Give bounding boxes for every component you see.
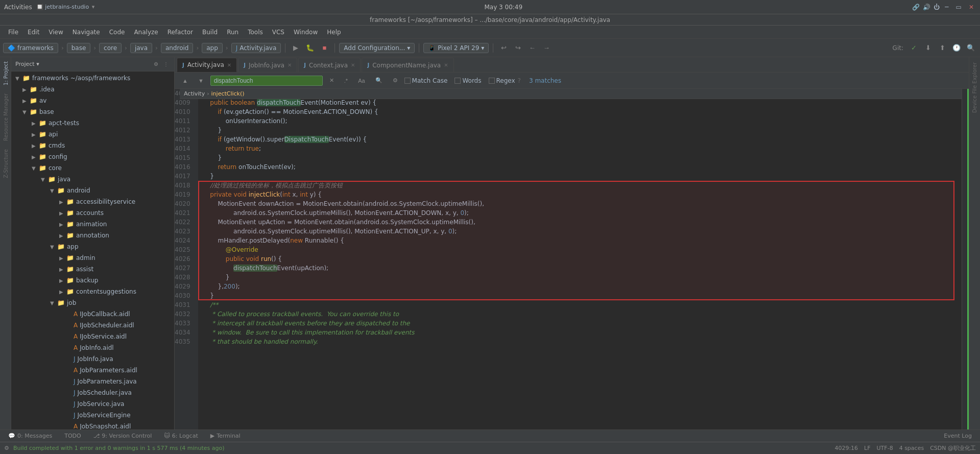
project-settings-btn[interactable]: ⚙ xyxy=(152,60,160,68)
breadcrumb-base[interactable]: base xyxy=(67,43,91,53)
git-push-btn[interactable]: ⬆ xyxy=(936,42,948,54)
bottom-tab-logcat[interactable]: 🐱 6: Logcat xyxy=(160,432,202,440)
tree-item-animation[interactable]: ▶ 📁 animation xyxy=(11,219,174,230)
close-btn[interactable]: ✕ xyxy=(967,4,976,11)
run-btn[interactable]: ▶ xyxy=(290,42,302,54)
find-next-btn[interactable]: ▼ xyxy=(195,76,207,85)
tree-item-jobserviceengine[interactable]: ▶ J JobServiceEngine xyxy=(11,410,174,421)
git-check-btn[interactable]: ✓ xyxy=(907,42,920,54)
menu-analyze[interactable]: Analyze xyxy=(130,28,162,37)
right-scrollbar[interactable] xyxy=(962,89,969,429)
breadcrumb-frameworks[interactable]: 🔷 frameworks xyxy=(3,43,58,53)
tree-item-core[interactable]: ▼ 📁 core xyxy=(11,162,174,174)
breadcrumb-android[interactable]: android xyxy=(161,43,194,53)
menu-window[interactable]: Window xyxy=(290,28,322,37)
tree-item-backup[interactable]: ▶ 📁 backup xyxy=(11,275,174,286)
tree-item-app[interactable]: ▼ 📁 app xyxy=(11,241,174,252)
tree-item-accounts[interactable]: ▶ 📁 accounts xyxy=(11,207,174,219)
tree-item-jobservice[interactable]: ▶ J JobService.java xyxy=(11,398,174,410)
git-update-btn[interactable]: ⬇ xyxy=(922,42,934,54)
tab-activity-java[interactable]: J Activity.java ✕ xyxy=(177,58,237,72)
tab-close-activity[interactable]: ✕ xyxy=(227,62,231,68)
tab-close-context[interactable]: ✕ xyxy=(351,62,355,68)
bottom-tab-todo[interactable]: TODO xyxy=(60,432,85,440)
git-history-btn[interactable]: 🕐 xyxy=(950,42,963,54)
menu-refactor[interactable]: Refactor xyxy=(163,28,197,37)
breadcrumb-activity[interactable]: Activity xyxy=(184,90,205,97)
tab-close-jobinfo[interactable]: ✕ xyxy=(288,62,292,68)
tree-item-frameworks[interactable]: ▼ 📁 frameworks ~/aosp/frameworks xyxy=(11,73,174,84)
tree-item-android[interactable]: ▼ 📁 android xyxy=(11,185,174,196)
tree-item-api[interactable]: ▶ 📁 api xyxy=(11,129,174,140)
menu-code[interactable]: Code xyxy=(105,28,129,37)
menu-build[interactable]: Build xyxy=(198,28,222,37)
tree-item-jobscheduler[interactable]: ▶ J JobScheduler.java xyxy=(11,387,174,398)
tab-close-componentname[interactable]: ✕ xyxy=(444,62,448,68)
tree-item-job[interactable]: ▼ 📁 job xyxy=(11,297,174,308)
breadcrumb-java[interactable]: java xyxy=(130,43,152,53)
find-regex-checkbox[interactable]: Regex ? xyxy=(489,77,521,84)
tree-item-idea[interactable]: ▶ 📁 .idea xyxy=(11,84,174,95)
network-icon[interactable]: 🔗 xyxy=(912,4,920,11)
restore-btn[interactable]: ▭ xyxy=(954,4,964,11)
bottom-tab-terminal[interactable]: ▶ Terminal xyxy=(206,432,245,440)
tree-item-access[interactable]: ▶ 📁 accessibilityservice xyxy=(11,196,174,207)
tab-resource-manager[interactable]: Resource Manager xyxy=(0,89,11,145)
find-case-toggle[interactable]: Aa xyxy=(354,76,368,85)
menu-tools[interactable]: Tools xyxy=(244,28,267,37)
find-filter-btn[interactable]: ⚙ xyxy=(389,76,401,85)
tree-item-cmds[interactable]: ▶ 📁 cmds xyxy=(11,140,174,151)
tree-item-java[interactable]: ▼ 📁 java xyxy=(11,174,174,185)
menu-file[interactable]: File xyxy=(4,28,22,37)
add-config-btn[interactable]: Add Configuration... ▾ xyxy=(339,43,415,53)
tab-componentname-java[interactable]: J ComponentName.java ✕ xyxy=(362,58,453,72)
tree-item-ijobcallback[interactable]: ▶ A IJobCallback.aidl xyxy=(11,308,174,320)
tree-item-jobparams-aidl[interactable]: ▶ A JobParameters.aidl xyxy=(11,365,174,376)
activities-label[interactable]: Activities xyxy=(4,4,32,11)
search-everywhere-btn[interactable]: 🔍 xyxy=(965,42,977,54)
tab-context-java[interactable]: J Context.java ✕ xyxy=(298,58,361,72)
tree-item-base[interactable]: ▼ 📁 base xyxy=(11,106,174,117)
tab-structure[interactable]: Z-Structure xyxy=(0,145,11,182)
find-prev-btn[interactable]: ▲ xyxy=(179,76,192,85)
code-content[interactable]: */ public boolean dispatchTouchEvent(Mot… xyxy=(198,89,962,429)
right-tab-device-file-explorer[interactable]: Device File Explorer xyxy=(971,59,978,116)
bottom-tab-vcs[interactable]: ⎇ 9: Version Control xyxy=(89,432,156,440)
tab-jobinfo-java[interactable]: J JobInfo.java ✕ xyxy=(238,58,297,72)
tree-item-config[interactable]: ▶ 📁 config xyxy=(11,151,174,162)
power-icon[interactable]: ⏻ xyxy=(934,4,940,11)
tree-item-assist[interactable]: ▶ 📁 assist xyxy=(11,264,174,275)
tree-item-apct[interactable]: ▶ 📁 apct-tests xyxy=(11,117,174,129)
tree-item-admin[interactable]: ▶ 📁 admin xyxy=(11,252,174,264)
app-dropdown-icon[interactable]: ▾ xyxy=(92,4,95,10)
tree-item-jobsnapshot[interactable]: ▶ A JobSnapshot.aidl xyxy=(11,421,174,429)
menu-navigate[interactable]: Navigate xyxy=(68,28,104,37)
tree-item-annotation[interactable]: ▶ 📁 annotation xyxy=(11,230,174,241)
breadcrumb-injectclick[interactable]: injectClick() xyxy=(211,90,245,97)
back-btn[interactable]: ← xyxy=(526,42,538,54)
tree-item-ijobscheduler[interactable]: ▶ A IJobScheduler.aidl xyxy=(11,320,174,331)
tree-item-contentsuggestions[interactable]: ▶ 📁 contentsuggestions xyxy=(11,286,174,297)
menu-help[interactable]: Help xyxy=(323,28,345,37)
tree-item-av[interactable]: ▶ 📁 av xyxy=(11,95,174,106)
tree-item-ijobservice[interactable]: ▶ A IJobService.aidl xyxy=(11,331,174,342)
bottom-tab-messages[interactable]: 💬 0: Messages xyxy=(4,432,56,440)
menu-edit[interactable]: Edit xyxy=(23,28,43,37)
breadcrumb-core[interactable]: core xyxy=(99,43,122,53)
find-clear-btn[interactable]: ✕ xyxy=(326,76,338,85)
device-selector[interactable]: 📱 Pixel 2 API 29 ▾ xyxy=(423,43,489,53)
redo-btn[interactable]: ↪ xyxy=(512,42,524,54)
tree-item-jobparams-java[interactable]: ▶ J JobParameters.java xyxy=(11,376,174,387)
breadcrumb-file[interactable]: J Activity.java xyxy=(231,43,281,53)
tree-item-jobinfo-java[interactable]: ▶ J JobInfo.java xyxy=(11,353,174,365)
forward-btn[interactable]: → xyxy=(540,42,553,54)
breadcrumb-app[interactable]: app xyxy=(202,43,223,53)
find-input[interactable] xyxy=(210,76,323,86)
tree-item-jobinfo-aidl[interactable]: ▶ A JobInfo.aidl xyxy=(11,342,174,353)
stop-btn[interactable]: ■ xyxy=(318,42,330,54)
find-regex-toggle[interactable]: .* xyxy=(341,76,351,85)
find-words-checkbox[interactable]: Words xyxy=(455,77,481,84)
menu-vcs[interactable]: VCS xyxy=(268,28,289,37)
find-words-toggle[interactable]: 🔍 xyxy=(372,76,386,85)
minimize-btn[interactable]: ─ xyxy=(943,4,950,11)
